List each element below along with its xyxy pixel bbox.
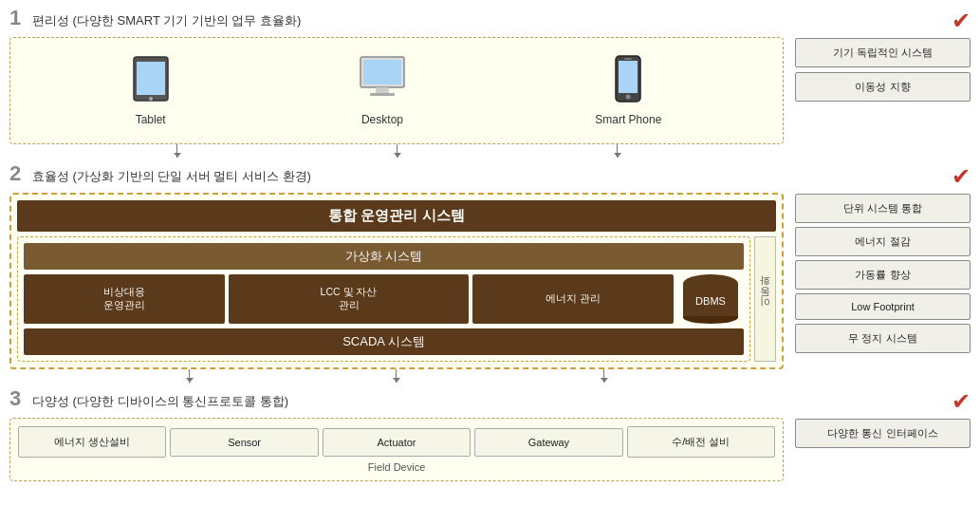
field-device-power-dist: 수/배전 설비 bbox=[627, 426, 775, 458]
device-smartphone: Smart Phone bbox=[595, 55, 661, 126]
section1-title: 편리성 (다양한 SMART 기기 기반의 업무 효율화) bbox=[32, 12, 301, 29]
tablet-label: Tablet bbox=[136, 113, 166, 126]
section1-content: Tablet Desktop bbox=[9, 37, 784, 144]
section1-number: 1 bbox=[9, 8, 27, 28]
energy-mgmt-box: 에너지 관리 bbox=[472, 274, 674, 324]
section3-wrapper: 3 다양성 (다양한 디바이스의 통신프로토콜 통합) 에너지 생산설비 Sen… bbox=[9, 388, 971, 481]
section2-number: 2 bbox=[9, 163, 27, 184]
right-box-uptime: 가동률 향상 bbox=[795, 260, 971, 290]
dbms-top bbox=[683, 274, 738, 286]
device-tablet: Tablet bbox=[132, 55, 170, 126]
dbms-wrapper: DBMS bbox=[677, 274, 744, 324]
arrow6 bbox=[603, 369, 604, 383]
section1-devices: Tablet Desktop bbox=[18, 46, 775, 136]
svg-rect-1 bbox=[137, 62, 165, 95]
section1-wrapper: 1 편리성 (다양한 SMART 기기 기반의 업무 효율화) bbox=[9, 8, 971, 159]
svg-rect-6 bbox=[370, 93, 395, 96]
field-device-actuator: Actuator bbox=[323, 428, 471, 457]
field-device-gateway: Gateway bbox=[474, 428, 622, 457]
section1-checkmark: ✔ bbox=[795, 8, 971, 34]
section2-left: 2 효율성 (가상화 기반의 단일 서버 멀티 서비스 환경) 통합 운영관리 … bbox=[9, 163, 784, 384]
section3-left: 3 다양성 (다양한 디바이스의 통신프로토콜 통합) 에너지 생산설비 Sen… bbox=[9, 388, 784, 481]
virtual-system-box: 가상화 시스템 bbox=[24, 243, 744, 270]
right-box-diverse-interface: 다양한 통신 인터페이스 bbox=[795, 419, 971, 448]
inner-with-migration: 가상화 시스템 비상대응운영관리 LCC 및 자산관리 에너지 관리 DBMS bbox=[17, 236, 776, 362]
lcc-asset-box: LCC 및 자산관리 bbox=[229, 274, 468, 324]
svg-rect-8 bbox=[619, 61, 638, 93]
section3-content: 에너지 생산설비 Sensor Actuator Gateway 수/배전 설비… bbox=[9, 418, 784, 481]
section2-content: 통합 운영관리 시스템 가상화 시스템 비상대응운영관리 LCC 및 자산관리 … bbox=[9, 193, 784, 369]
field-device-energy-prod: 에너지 생산설비 bbox=[18, 426, 166, 458]
section3-checkmark: ✔ bbox=[795, 388, 971, 415]
dbms-stack: DBMS bbox=[683, 274, 738, 324]
right-box-independent: 기기 독립적인 시스템 bbox=[795, 38, 971, 67]
section3-title: 다양성 (다양한 디바이스의 통신프로토콜 통합) bbox=[32, 393, 288, 410]
svg-rect-5 bbox=[376, 87, 389, 93]
right-box-energy-saving: 에너지 절감 bbox=[795, 227, 971, 256]
section2-header: 2 효율성 (가상화 기반의 단일 서버 멀티 서비스 환경) bbox=[9, 163, 784, 189]
smartphone-label: Smart Phone bbox=[595, 113, 661, 126]
device-desktop: Desktop bbox=[359, 55, 406, 126]
right-box-mobile: 이동성 지향 bbox=[795, 72, 971, 102]
field-device-label: Field Device bbox=[18, 461, 775, 473]
dbms-body: DBMS bbox=[683, 286, 738, 316]
arrow5 bbox=[396, 369, 397, 383]
s2-connectors bbox=[9, 369, 784, 384]
unified-system-box: 통합 운영관리 시스템 bbox=[17, 200, 776, 232]
section2-inner: 가상화 시스템 비상대응운영관리 LCC 및 자산관리 에너지 관리 DBMS bbox=[17, 236, 750, 362]
field-devices-row: 에너지 생산설비 Sensor Actuator Gateway 수/배전 설비 bbox=[18, 426, 775, 458]
right-box-unit-system: 단위 시스템 통합 bbox=[795, 194, 971, 223]
section2-wrapper: 2 효율성 (가상화 기반의 단일 서버 멀티 서비스 환경) 통합 운영관리 … bbox=[9, 163, 971, 384]
arrow2 bbox=[397, 144, 398, 158]
tablet-icon bbox=[132, 55, 170, 109]
field-device-sensor: Sensor bbox=[170, 428, 318, 457]
desktop-icon bbox=[359, 55, 406, 109]
svg-rect-10 bbox=[624, 58, 632, 60]
section2-title: 효율성 (가상화 기반의 단일 서버 멀티 서비스 환경) bbox=[32, 168, 311, 185]
section2-checkmark: ✔ bbox=[795, 163, 971, 190]
migration-label: 이동화 bbox=[754, 236, 776, 362]
right-box-no-stop: 무 정지 시스템 bbox=[795, 324, 971, 353]
svg-point-9 bbox=[626, 95, 631, 100]
section1-header: 1 편리성 (다양한 SMART 기기 기반의 업무 효율화) bbox=[9, 8, 784, 33]
section3-right: ✔ 다양한 통신 인터페이스 bbox=[795, 388, 971, 481]
emergency-ops-box: 비상대응운영관리 bbox=[24, 274, 225, 324]
svg-point-2 bbox=[149, 97, 153, 101]
sub-boxes-row: 비상대응운영관리 LCC 및 자산관리 에너지 관리 DBMS bbox=[24, 274, 744, 324]
section3-header: 3 다양성 (다양한 디바이스의 통신프로토콜 통합) bbox=[9, 388, 784, 414]
scada-box: SCADA 시스템 bbox=[24, 328, 744, 355]
arrow3 bbox=[617, 144, 618, 158]
svg-rect-4 bbox=[363, 60, 401, 84]
section2-right: ✔ 단위 시스템 통합 에너지 절감 가동률 향상 Low Footprint … bbox=[795, 163, 971, 384]
arrow1 bbox=[176, 144, 177, 158]
right-box-low-footprint: Low Footprint bbox=[795, 293, 971, 320]
smartphone-icon bbox=[615, 55, 641, 109]
desktop-label: Desktop bbox=[361, 113, 403, 126]
s1-connectors bbox=[9, 144, 784, 159]
section3-number: 3 bbox=[9, 388, 27, 409]
arrow4 bbox=[189, 369, 190, 383]
dbms-bottom bbox=[683, 316, 738, 324]
section1-right: ✔ 기기 독립적인 시스템 이동성 지향 bbox=[795, 8, 971, 159]
main-container: 1 편리성 (다양한 SMART 기기 기반의 업무 효율화) bbox=[0, 0, 980, 506]
section1-left: 1 편리성 (다양한 SMART 기기 기반의 업무 효율화) bbox=[9, 8, 784, 159]
